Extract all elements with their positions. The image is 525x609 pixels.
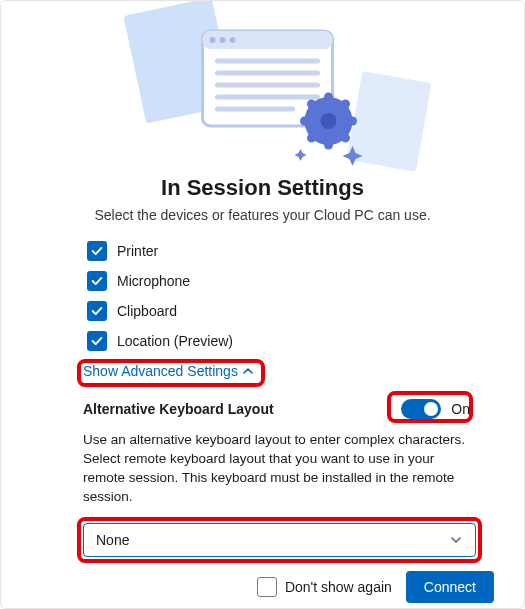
checkbox-printer[interactable]: Printer bbox=[87, 241, 494, 261]
checkmark-icon bbox=[87, 331, 107, 351]
page-title: In Session Settings bbox=[31, 175, 494, 201]
connect-button[interactable]: Connect bbox=[406, 571, 494, 603]
svg-line-19 bbox=[340, 104, 346, 110]
checkmark-icon bbox=[87, 271, 107, 291]
checkbox-location[interactable]: Location (Preview) bbox=[87, 331, 494, 351]
chevron-down-icon bbox=[449, 533, 463, 547]
page-subtitle: Select the devices or features your Clou… bbox=[31, 207, 494, 223]
svg-point-5 bbox=[220, 37, 226, 43]
toggle-switch-icon bbox=[401, 399, 441, 419]
svg-line-18 bbox=[312, 104, 318, 110]
checkbox-label: Microphone bbox=[117, 273, 190, 289]
section-label: Alternative Keyboard Layout bbox=[83, 401, 274, 417]
device-checklist: Printer Microphone Clipboard Location (P… bbox=[31, 241, 494, 361]
checkbox-microphone[interactable]: Microphone bbox=[87, 271, 494, 291]
svg-line-20 bbox=[312, 132, 318, 138]
dont-show-again-checkbox[interactable]: Don't show again bbox=[257, 577, 392, 597]
in-session-settings-dialog: In Session Settings Select the devices o… bbox=[0, 0, 525, 609]
illustration bbox=[31, 1, 494, 171]
link-label: Show Advanced Settings bbox=[83, 363, 238, 379]
keyboard-layout-select[interactable]: None bbox=[83, 523, 476, 557]
alt-keyboard-toggle[interactable]: On bbox=[395, 397, 476, 421]
keyboard-layout-select-wrap: None bbox=[83, 523, 476, 557]
checkbox-empty-icon bbox=[257, 577, 277, 597]
chevron-up-icon bbox=[242, 365, 254, 377]
checkbox-label: Location (Preview) bbox=[117, 333, 233, 349]
checkbox-clipboard[interactable]: Clipboard bbox=[87, 301, 494, 321]
dialog-footer: Don't show again Connect bbox=[31, 557, 494, 603]
checkbox-label: Printer bbox=[117, 243, 158, 259]
checkmark-icon bbox=[87, 241, 107, 261]
select-value: None bbox=[96, 532, 129, 548]
checkbox-label: Don't show again bbox=[285, 579, 392, 595]
svg-point-6 bbox=[230, 37, 236, 43]
svg-point-4 bbox=[210, 37, 216, 43]
svg-line-21 bbox=[340, 132, 346, 138]
alt-keyboard-description: Use an alternative keyboard layout to en… bbox=[31, 431, 494, 507]
svg-point-13 bbox=[321, 113, 337, 129]
toggle-state-label: On bbox=[451, 401, 470, 417]
show-advanced-settings-link[interactable]: Show Advanced Settings bbox=[83, 363, 494, 379]
checkbox-label: Clipboard bbox=[117, 303, 177, 319]
checkmark-icon bbox=[87, 301, 107, 321]
alt-keyboard-header: Alternative Keyboard Layout On bbox=[31, 397, 494, 421]
